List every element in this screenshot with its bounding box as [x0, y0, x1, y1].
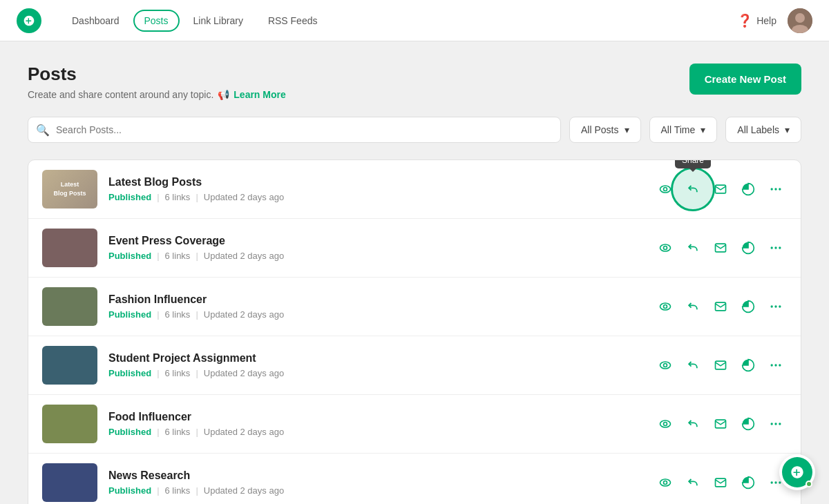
- share-icon[interactable]: [682, 413, 704, 435]
- more-icon[interactable]: [765, 413, 787, 435]
- post-status: Published: [108, 251, 151, 261]
- svg-point-9: [660, 244, 671, 251]
- post-name[interactable]: Food Influencer: [108, 411, 654, 423]
- mail-icon[interactable]: [709, 178, 732, 200]
- subtitle-text: Create and share content around any topi…: [28, 89, 213, 100]
- svg-point-4: [664, 188, 667, 191]
- post-info: Latest Blog Posts Published | 6 links | …: [108, 176, 654, 202]
- share-icon[interactable]: [682, 354, 704, 376]
- nav-link-library[interactable]: Link Library: [182, 10, 254, 32]
- more-icon[interactable]: [765, 295, 787, 318]
- svg-point-7: [774, 188, 776, 190]
- post-name[interactable]: News Research: [108, 469, 654, 482]
- mail-icon[interactable]: [709, 354, 732, 376]
- help-label: Help: [756, 15, 776, 26]
- svg-point-6: [771, 188, 773, 190]
- search-wrap: 🔍: [28, 117, 561, 143]
- post-status: Published: [108, 485, 151, 496]
- all-posts-label: All Posts: [581, 124, 618, 135]
- megaphone-icon: 📢: [218, 89, 229, 100]
- view-icon[interactable]: [654, 237, 676, 259]
- mail-icon[interactable]: [709, 237, 732, 259]
- navbar: Dashboard Posts Link Library RSS Feeds ❓…: [0, 0, 829, 41]
- meta-sep: |: [196, 485, 198, 496]
- svg-point-21: [660, 362, 671, 369]
- svg-point-36: [771, 481, 773, 483]
- nav-links: Dashboard Posts Link Library RSS Feeds: [61, 10, 737, 32]
- more-icon[interactable]: [765, 237, 787, 259]
- post-thumbnail: [42, 346, 97, 385]
- learn-more-link[interactable]: Learn More: [234, 89, 285, 100]
- post-status: Published: [108, 427, 151, 437]
- nav-dashboard[interactable]: Dashboard: [61, 10, 131, 32]
- meta-sep: |: [196, 192, 198, 202]
- view-icon[interactable]: [654, 413, 676, 435]
- app-logo[interactable]: [17, 8, 41, 33]
- chart-icon[interactable]: [737, 295, 759, 318]
- post-status: Published: [108, 192, 151, 202]
- nav-right: ❓ Help: [737, 8, 812, 33]
- post-status: Published: [108, 368, 151, 378]
- chart-icon[interactable]: [737, 354, 759, 376]
- post-links: 6 links: [165, 309, 191, 320]
- post-name[interactable]: Fashion Influencer: [108, 293, 654, 306]
- all-labels-filter[interactable]: All Labels ▾: [725, 117, 801, 143]
- share-icon[interactable]: [682, 295, 704, 318]
- post-status: Published: [108, 309, 151, 320]
- post-updated: Updated 2 days ago: [204, 485, 284, 496]
- chart-icon[interactable]: [737, 178, 759, 200]
- post-name[interactable]: Event Press Coverage: [108, 235, 654, 247]
- help-icon: ❓: [737, 13, 752, 28]
- post-item: LatestBlog PostsLatest Blog Posts Publis…: [28, 160, 801, 219]
- share-icon[interactable]: Share: [682, 178, 704, 200]
- post-name[interactable]: Student Project Assignment: [108, 352, 654, 365]
- post-item: Event Press Coverage Published | 6 links…: [28, 219, 801, 278]
- post-info: Food Influencer Published | 6 links | Up…: [108, 411, 654, 437]
- post-actions: [654, 295, 787, 318]
- svg-point-20: [779, 305, 781, 307]
- mail-icon[interactable]: [709, 295, 732, 318]
- floating-logo[interactable]: [779, 454, 815, 490]
- meta-sep: |: [157, 251, 159, 261]
- post-actions: [654, 472, 787, 494]
- page-title-block: Posts Create and share content around an…: [28, 64, 286, 100]
- view-icon[interactable]: [654, 178, 676, 200]
- chart-icon[interactable]: [737, 237, 759, 259]
- more-icon[interactable]: [765, 354, 787, 376]
- svg-point-15: [660, 303, 671, 310]
- share-icon[interactable]: [682, 472, 704, 494]
- help-button[interactable]: ❓ Help: [737, 13, 776, 28]
- chart-icon[interactable]: [737, 413, 759, 435]
- view-icon[interactable]: [654, 295, 676, 318]
- more-icon[interactable]: [765, 178, 787, 200]
- all-time-filter[interactable]: All Time ▾: [649, 117, 718, 143]
- chart-icon[interactable]: [737, 472, 759, 494]
- mail-icon[interactable]: [709, 413, 732, 435]
- svg-point-34: [664, 481, 667, 485]
- svg-point-14: [779, 246, 781, 249]
- meta-sep: |: [157, 309, 159, 320]
- svg-point-31: [774, 423, 776, 425]
- svg-point-8: [779, 188, 781, 190]
- all-posts-filter[interactable]: All Posts ▾: [569, 117, 640, 143]
- svg-point-30: [771, 423, 773, 425]
- mail-icon[interactable]: [709, 472, 732, 494]
- create-post-button[interactable]: Create New Post: [689, 64, 801, 95]
- nav-posts[interactable]: Posts: [133, 10, 180, 32]
- filter-row: 🔍 All Posts ▾ All Time ▾ All Labels ▾: [28, 117, 801, 143]
- search-input[interactable]: [28, 117, 561, 143]
- post-actions: Share: [654, 178, 787, 200]
- share-icon[interactable]: [682, 237, 704, 259]
- post-info: Fashion Influencer Published | 6 links |…: [108, 293, 654, 320]
- nav-rss-feeds[interactable]: RSS Feeds: [257, 10, 329, 32]
- post-links: 6 links: [165, 485, 191, 496]
- chevron-down-icon: ▾: [625, 124, 629, 135]
- post-thumbnail: LatestBlog Posts: [42, 170, 97, 209]
- meta-sep: |: [157, 368, 159, 378]
- view-icon[interactable]: [654, 472, 676, 494]
- view-icon[interactable]: [654, 354, 676, 376]
- post-name[interactable]: Latest Blog Posts: [108, 176, 654, 188]
- user-avatar[interactable]: [788, 8, 812, 33]
- post-updated: Updated 2 days ago: [204, 251, 284, 261]
- post-actions: [654, 354, 787, 376]
